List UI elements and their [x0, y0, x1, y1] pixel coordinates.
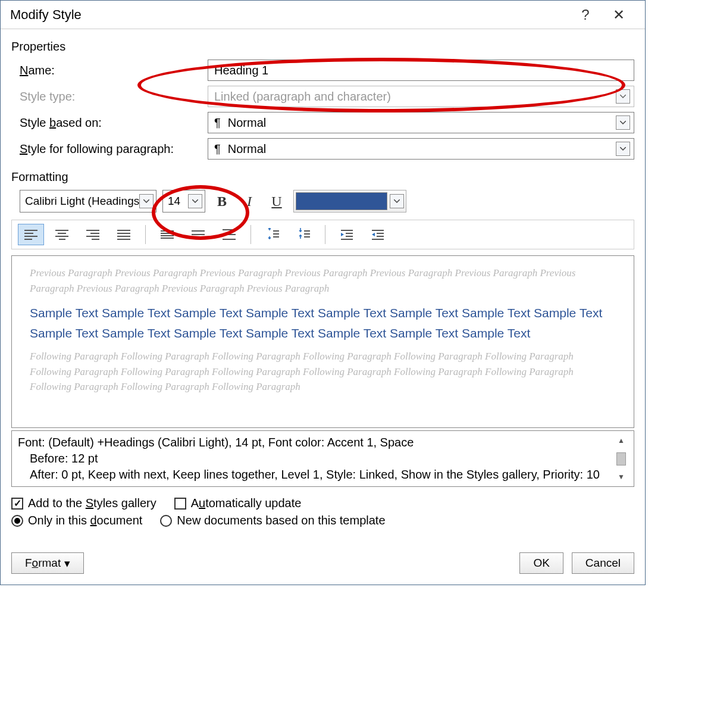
preview-sample-text: Sample Text Sample Text Sample Text Samp… [30, 303, 616, 343]
style-type-combo: Linked (paragraph and character) [208, 86, 634, 107]
format-button[interactable]: Format ▾ [11, 552, 84, 574]
modify-style-dialog: Modify Style ? ✕ Properties Name: Style … [0, 0, 646, 585]
checkbox-icon [11, 498, 23, 510]
properties-section-label: Properties [11, 40, 634, 54]
preview-pane: Previous Paragraph Previous Paragraph Pr… [11, 255, 634, 428]
chevron-down-icon[interactable] [139, 194, 154, 208]
desc-line-1: Font: (Default) +Headings (Calibri Light… [18, 436, 414, 449]
scroll-down-icon[interactable]: ▼ [615, 471, 628, 483]
checkbox-icon [174, 498, 186, 510]
svg-marker-10 [341, 233, 344, 236]
dialog-title: Modify Style [10, 7, 569, 23]
close-button[interactable]: ✕ [602, 3, 635, 27]
color-swatch [296, 192, 387, 210]
line-spacing-1_5-button[interactable] [185, 224, 211, 245]
font-name-combo[interactable]: Calibri Light (Headings) [20, 190, 156, 213]
based-on-label: Style based on: [11, 116, 208, 130]
pilcrow-icon: ¶ [214, 116, 224, 130]
line-spacing-1-button[interactable] [154, 224, 180, 245]
cancel-button[interactable]: Cancel [572, 552, 634, 574]
font-color-combo[interactable] [293, 190, 406, 213]
line-spacing-2-button[interactable] [216, 224, 242, 245]
help-button[interactable]: ? [569, 3, 602, 27]
based-on-row: Style based on: ¶ Normal [11, 112, 634, 133]
align-right-button[interactable] [80, 224, 106, 245]
svg-marker-15 [372, 233, 375, 236]
only-this-doc-radio[interactable]: Only in this document [11, 514, 142, 527]
space-before-button[interactable] [259, 224, 286, 245]
preview-following-paragraph: Following Paragraph Following Paragraph … [30, 349, 616, 395]
separator [250, 225, 251, 244]
style-description: Font: (Default) +Headings (Calibri Light… [11, 430, 634, 487]
formatting-toolbar-1: Calibri Light (Headings) 14 B I U [11, 190, 634, 213]
formatting-toolbar-2 [11, 220, 634, 249]
chevron-down-icon[interactable] [616, 142, 630, 156]
font-size-combo[interactable]: 14 [162, 190, 205, 213]
description-scrollbar[interactable]: ▲ ▼ [615, 435, 628, 483]
chevron-down-icon[interactable] [390, 194, 404, 208]
separator [325, 225, 325, 244]
chevron-down-icon[interactable] [616, 115, 630, 130]
dropdown-caret-icon: ▾ [64, 557, 70, 570]
radio-icon [11, 515, 23, 527]
name-input[interactable] [208, 60, 634, 81]
increase-indent-button[interactable] [365, 224, 391, 245]
following-row: Style for following paragraph: ¶ Normal [11, 138, 634, 160]
based-on-combo[interactable]: ¶ Normal [208, 112, 634, 133]
following-combo[interactable]: ¶ Normal [208, 138, 634, 160]
separator [145, 225, 146, 244]
ok-button[interactable]: OK [519, 552, 563, 574]
add-to-gallery-checkbox[interactable]: Add to the Styles gallery [11, 496, 156, 510]
preview-previous-paragraph: Previous Paragraph Previous Paragraph Pr… [30, 265, 616, 296]
style-type-row: Style type: Linked (paragraph and charac… [11, 86, 634, 107]
checkbox-row: Add to the Styles gallery Automatically … [11, 496, 634, 510]
dialog-footer: Format ▾ OK Cancel [1, 546, 645, 585]
titlebar: Modify Style ? ✕ [1, 1, 645, 29]
chevron-down-icon [616, 89, 630, 104]
scroll-up-icon[interactable]: ▲ [615, 435, 628, 446]
underline-button[interactable]: U [266, 190, 287, 212]
new-docs-template-radio[interactable]: New documents based on this template [160, 514, 385, 527]
bold-button[interactable]: B [211, 190, 233, 212]
formatting-section-label: Formatting [11, 170, 634, 184]
align-justify-button[interactable] [111, 224, 137, 245]
space-after-button[interactable] [290, 224, 317, 245]
align-center-button[interactable] [49, 224, 75, 245]
desc-line-2: Before: 12 pt [18, 451, 612, 467]
radio-icon [160, 515, 172, 527]
radio-row: Only in this document New documents base… [11, 514, 634, 527]
chevron-down-icon[interactable] [188, 194, 202, 208]
align-left-button[interactable] [18, 224, 44, 245]
italic-button[interactable]: I [239, 190, 260, 212]
following-label: Style for following paragraph: [11, 142, 208, 156]
scroll-thumb[interactable] [616, 452, 626, 465]
desc-line-3: After: 0 pt, Keep with next, Keep lines … [18, 467, 612, 483]
pilcrow-icon: ¶ [214, 142, 224, 156]
auto-update-checkbox[interactable]: Automatically update [174, 496, 302, 510]
style-type-label: Style type: [11, 90, 208, 104]
decrease-indent-button[interactable] [334, 224, 360, 245]
name-row: Name: [11, 60, 634, 81]
name-label: Name: [11, 64, 208, 77]
